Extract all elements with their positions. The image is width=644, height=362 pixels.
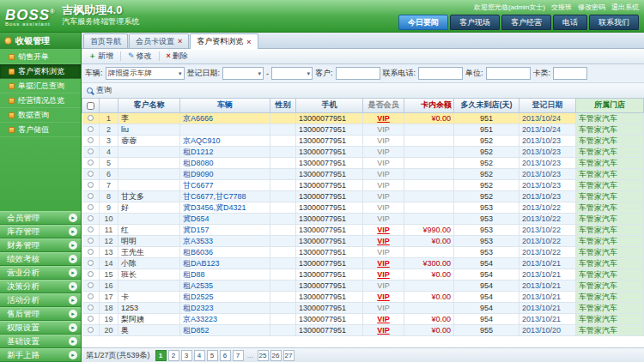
row-select-cell[interactable] xyxy=(82,213,100,224)
table-row[interactable]: 12明明京A353313000077951VIP¥0.009532013/10/… xyxy=(82,235,644,246)
date-to-select[interactable]: ▾ xyxy=(271,67,313,80)
table-row[interactable]: 14小陈租DAB12313000077951VIP¥300.009542013/… xyxy=(82,257,644,268)
sidebar-accordion[interactable]: 新手上路▸ xyxy=(0,348,81,362)
radio-icon[interactable] xyxy=(88,137,94,143)
radio-icon[interactable] xyxy=(88,193,94,199)
phone-input[interactable] xyxy=(418,67,463,80)
row-select-cell[interactable] xyxy=(82,124,100,135)
radio-icon[interactable] xyxy=(88,305,94,311)
radio-icon[interactable] xyxy=(88,238,94,244)
vip-status[interactable]: VIP xyxy=(363,235,404,246)
plus-button[interactable]: ＋新增 xyxy=(85,50,117,63)
tab-item[interactable]: 会员卡设置× xyxy=(129,33,189,48)
nav-button[interactable]: 联系我们 xyxy=(589,15,639,30)
sidebar-item[interactable]: 数据查询 xyxy=(0,108,81,123)
delete-button[interactable]: ×删除 xyxy=(163,50,191,63)
table-row[interactable]: 3蓉蓉京AQC91013000077951VIP9522013/10/23车管家… xyxy=(82,135,644,146)
page-button[interactable]: 3 xyxy=(181,350,192,361)
tab-item[interactable]: 客户资料浏览× xyxy=(190,33,258,49)
page-button[interactable]: 26 xyxy=(270,350,282,361)
row-select-cell[interactable] xyxy=(82,179,100,190)
radio-icon[interactable] xyxy=(88,171,94,177)
radio-icon[interactable] xyxy=(88,160,94,166)
page-button[interactable]: 25 xyxy=(258,350,269,361)
radio-icon[interactable] xyxy=(88,204,94,210)
table-row[interactable]: 16租A253513000077951VIP9542013/10/21车管家汽车 xyxy=(82,280,644,291)
table-row[interactable]: 5租D808013000077951VIP9522013/10/23车管家汽车 xyxy=(82,157,644,168)
table-row[interactable]: 15班长租D8813000077951VIP¥0.009542013/10/21… xyxy=(82,268,644,280)
sidebar-accordion[interactable]: 会员管理▸ xyxy=(0,211,81,225)
table-row[interactable]: 181253租D232313000077951VIP9542013/10/21车… xyxy=(82,302,644,313)
table-row[interactable]: 20奥租D85213000077951VIP¥0.009552013/10/20… xyxy=(82,324,644,335)
sidebar-accordion[interactable]: 财务管理▸ xyxy=(0,238,81,252)
radio-icon[interactable] xyxy=(88,226,94,232)
sidebar-accordion[interactable]: 营业分析▸ xyxy=(0,266,81,280)
row-select-cell[interactable] xyxy=(82,224,100,235)
sidebar-accordion[interactable]: 绩效考核▸ xyxy=(0,252,81,266)
radio-icon[interactable] xyxy=(88,215,94,221)
table-row[interactable]: 8甘文多甘C6677,甘C778813000077951VIP9522013/1… xyxy=(82,190,644,202)
vip-status[interactable]: VIP xyxy=(363,224,404,235)
table-row[interactable]: 4租D121213000077951VIP9522013/10/23车管家汽车 xyxy=(82,146,644,157)
page-button[interactable]: 2 xyxy=(168,350,179,361)
radio-icon[interactable] xyxy=(88,182,94,188)
sidebar-item[interactable]: 客户储值 xyxy=(0,123,81,137)
sidebar-accordion[interactable]: 售后管理▸ xyxy=(0,307,81,321)
radio-icon[interactable] xyxy=(88,271,94,277)
radio-icon[interactable] xyxy=(88,282,94,288)
row-select-cell[interactable] xyxy=(82,268,100,280)
sidebar-accordion[interactable]: 活动分析▸ xyxy=(0,293,81,307)
vip-status[interactable]: VIP xyxy=(363,291,404,302)
sidebar-accordion[interactable]: 权限设置▸ xyxy=(0,321,81,335)
radio-icon[interactable] xyxy=(88,316,94,322)
vip-status[interactable]: VIP xyxy=(363,112,404,124)
sidebar-item[interactable]: 经营情况总览 xyxy=(0,94,81,108)
row-select-cell[interactable] xyxy=(82,257,100,268)
table-row[interactable]: 1李京A666613000077951VIP¥0.009512013/10/24… xyxy=(82,112,644,124)
date-from-select[interactable]: ▾ xyxy=(222,67,264,80)
header-link[interactable]: 修改密码 xyxy=(578,3,605,12)
table-row[interactable]: 17卡租D252513000077951VIP¥0.009542013/10/2… xyxy=(82,291,644,302)
radio-icon[interactable] xyxy=(88,148,94,154)
nav-button[interactable]: 客户现场 xyxy=(450,15,500,30)
page-button[interactable]: 5 xyxy=(207,350,218,361)
table-row[interactable]: 10冀D65413000077951VIP9532013/10/22车管家汽车 xyxy=(82,213,644,224)
table-row[interactable]: 7甘C667713000077951VIP9522013/10/23车管家汽车 xyxy=(82,179,644,190)
row-select-cell[interactable] xyxy=(82,235,100,246)
nav-button[interactable]: 客户经营 xyxy=(501,15,551,30)
page-button[interactable]: 6 xyxy=(220,350,231,361)
vip-status[interactable]: VIP xyxy=(363,257,404,268)
radio-icon[interactable] xyxy=(88,126,94,132)
sidebar-item[interactable]: 客户资料浏览 xyxy=(0,64,81,79)
select-all-header[interactable] xyxy=(82,99,100,112)
header-link[interactable]: 交接班 xyxy=(551,3,572,12)
header-link[interactable]: 退出系统 xyxy=(611,3,639,12)
row-select-cell[interactable] xyxy=(82,157,100,168)
row-select-cell[interactable] xyxy=(82,146,100,157)
row-select-cell[interactable] xyxy=(82,313,100,324)
table-row[interactable]: 9好冀D3456,冀D432113000077951VIP9532013/10/… xyxy=(82,202,644,213)
row-select-cell[interactable] xyxy=(82,190,100,202)
close-icon[interactable]: × xyxy=(246,38,251,46)
nav-button[interactable]: 今日要闻 xyxy=(398,15,448,30)
row-select-cell[interactable] xyxy=(82,324,100,335)
sidebar-item[interactable]: 单据汇总查询 xyxy=(0,79,81,94)
table-row[interactable]: 11红冀D15713000077951VIP¥990.009532013/10/… xyxy=(82,224,644,235)
row-select-cell[interactable] xyxy=(82,280,100,291)
unit-input[interactable] xyxy=(486,67,531,80)
sidebar-accordion[interactable]: 基础设置▸ xyxy=(0,335,81,348)
edit-button[interactable]: ✎修改 xyxy=(125,50,155,63)
customer-input[interactable] xyxy=(336,67,380,80)
page-button[interactable]: 27 xyxy=(283,350,295,361)
radio-icon[interactable] xyxy=(88,293,94,299)
table-row[interactable]: 13王先生租B603613000077951VIP9532013/10/22车管… xyxy=(82,246,644,257)
search-button[interactable]: 查询 xyxy=(87,85,112,96)
vip-status[interactable]: VIP xyxy=(363,268,404,280)
card-type-input[interactable] xyxy=(553,67,587,80)
table-row[interactable]: 2liu13000077951VIP9512013/10/24车管家汽车 xyxy=(82,124,644,135)
page-button[interactable]: 4 xyxy=(194,350,205,361)
vip-status[interactable]: VIP xyxy=(363,324,404,335)
row-select-cell[interactable] xyxy=(82,291,100,302)
nav-button[interactable]: 电话 xyxy=(553,15,587,30)
row-select-cell[interactable] xyxy=(82,168,100,179)
